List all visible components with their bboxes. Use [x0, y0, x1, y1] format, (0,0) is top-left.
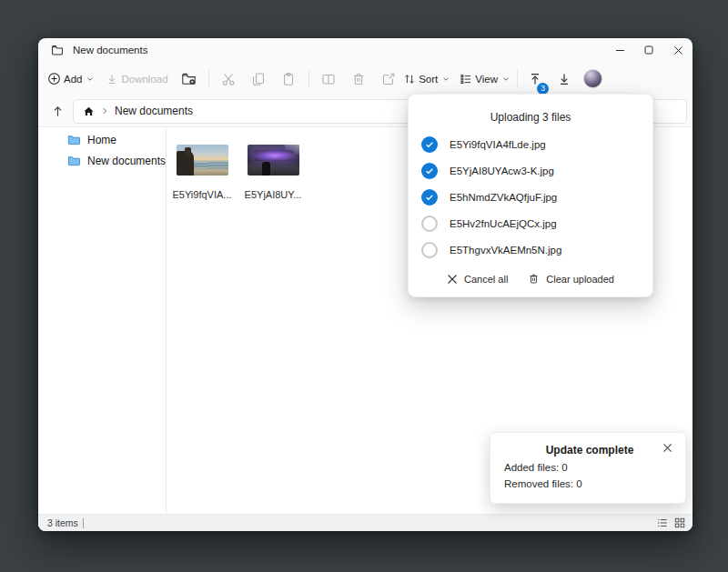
chevron-down-icon: [502, 75, 510, 83]
pending-circle-icon: [421, 216, 438, 232]
desktop: { "titlebar": { "title": "New documents"…: [0, 0, 728, 572]
upload-count-badge: 3: [537, 83, 549, 95]
check-circle-icon: [421, 189, 438, 206]
upload-item: E5ThgvxVkAEMn5N.jpg: [409, 236, 652, 263]
toast-header: Update complete: [504, 444, 672, 457]
folder-icon: [67, 134, 80, 146]
check-circle-icon: [421, 163, 438, 179]
sidebar-item-home[interactable]: Home: [38, 129, 166, 150]
view-icon: [460, 73, 472, 85]
status-bar: 3 items: [38, 514, 693, 531]
add-label: Add: [64, 74, 82, 85]
new-folder-button[interactable]: [174, 67, 204, 91]
grid-view-icon[interactable]: [674, 517, 685, 528]
user-avatar[interactable]: [583, 69, 602, 88]
add-button[interactable]: Add: [46, 67, 96, 90]
cut-button[interactable]: [214, 67, 244, 91]
upload-item: E5Yi9fqVIA4fLde.jpg: [409, 131, 652, 157]
chevron-right-icon: [101, 107, 108, 115]
pending-circle-icon: [421, 242, 438, 258]
rename-button[interactable]: [314, 67, 344, 91]
view-button[interactable]: View: [458, 68, 511, 90]
toolbar-separator: [517, 70, 518, 88]
add-icon: [47, 72, 61, 85]
cancel-all-button[interactable]: Cancel all: [447, 273, 508, 285]
toast-line: Added files: 0: [504, 462, 672, 473]
sidebar-item-new-documents[interactable]: New documents: [38, 150, 166, 171]
toast-title: Update complete: [504, 444, 662, 457]
update-toast: Update complete Added files: 0 Removed f…: [490, 432, 686, 504]
close-icon: [447, 274, 458, 285]
details-view-icon[interactable]: [657, 517, 668, 528]
share-button[interactable]: [374, 67, 404, 91]
maximize-button[interactable]: [634, 38, 663, 62]
toolbar-right: Sort View 3: [401, 67, 602, 91]
download-label: Download: [121, 74, 167, 85]
upload-item-name: E5hNmdZVkAQfjuF.jpg: [450, 192, 557, 203]
upload-status-button[interactable]: 3: [523, 67, 547, 91]
upload-item-name: E5YjAI8UYAcw3-K.jpg: [450, 166, 554, 176]
clear-uploaded-button[interactable]: Clear uploaded: [528, 273, 614, 285]
toolbar-separator: [208, 70, 209, 88]
download-icon: [106, 73, 118, 85]
file-tile[interactable]: E5Yi9fqVIA...: [167, 145, 238, 200]
home-icon: [83, 105, 95, 117]
upload-popup-title: Uploading 3 files: [409, 111, 652, 124]
toolbar: Add Download: [38, 62, 693, 95]
window-title: New documents: [73, 45, 147, 55]
upload-popup-actions: Cancel all Clear uploaded: [409, 273, 652, 285]
download-status-button[interactable]: [552, 67, 576, 91]
cancel-all-label: Cancel all: [464, 274, 508, 285]
statusbar-view-toggles: [657, 517, 685, 528]
window-controls: [605, 38, 693, 62]
clear-uploaded-label: Clear uploaded: [546, 274, 614, 285]
trash-icon: [528, 273, 540, 285]
close-icon[interactable]: [662, 443, 672, 453]
sort-label: Sort: [419, 74, 438, 85]
file-manager-window: New documents Add Download: [38, 38, 693, 531]
paste-button[interactable]: [274, 67, 304, 91]
chevron-down-icon: [442, 75, 450, 83]
folder-icon: [51, 44, 64, 56]
file-name: E5YjAI8UY...: [245, 189, 302, 200]
file-tile[interactable]: E5YjAI8UY...: [238, 145, 308, 200]
items-count: 3 items: [47, 517, 78, 528]
check-circle-icon: [421, 136, 438, 153]
upload-item: E5YjAI8UYAcw3-K.jpg: [409, 157, 652, 184]
chevron-down-icon: [86, 75, 94, 83]
statusbar-divider: [83, 518, 84, 528]
sidebar-item-label: Home: [87, 134, 116, 146]
upload-item-name: E5Hv2fnUcAEjQCx.jpg: [450, 218, 557, 229]
delete-button[interactable]: [344, 67, 374, 91]
navigate-up-button[interactable]: [47, 100, 67, 122]
sort-icon: [403, 73, 416, 85]
folder-icon: [67, 155, 80, 166]
upload-item: E5hNmdZVkAQfjuF.jpg: [409, 184, 652, 210]
minimize-button[interactable]: [605, 38, 634, 62]
sort-button[interactable]: Sort: [401, 68, 451, 90]
file-name: E5Yi9fqVIA...: [172, 189, 231, 200]
file-thumbnail: [248, 145, 299, 176]
upload-item-name: E5Yi9fqVIA4fLde.jpg: [450, 139, 546, 150]
close-button[interactable]: [663, 38, 693, 62]
view-label: View: [475, 74, 498, 85]
upload-item: E5Hv2fnUcAEjQCx.jpg: [409, 210, 652, 236]
download-button[interactable]: Download: [104, 68, 169, 90]
toolbar-separator: [308, 70, 309, 88]
file-thumbnail: [177, 145, 228, 176]
sidebar-item-label: New documents: [87, 155, 166, 167]
breadcrumb[interactable]: New documents: [115, 105, 193, 117]
copy-button[interactable]: [244, 67, 274, 91]
upload-item-name: E5ThgvxVkAEMn5N.jpg: [450, 245, 561, 256]
sidebar: Home New documents: [38, 127, 167, 514]
toast-line: Removed files: 0: [504, 478, 672, 489]
titlebar: New documents: [38, 38, 693, 62]
upload-popup: Uploading 3 files E5Yi9fqVIA4fLde.jpg E5…: [408, 94, 653, 297]
